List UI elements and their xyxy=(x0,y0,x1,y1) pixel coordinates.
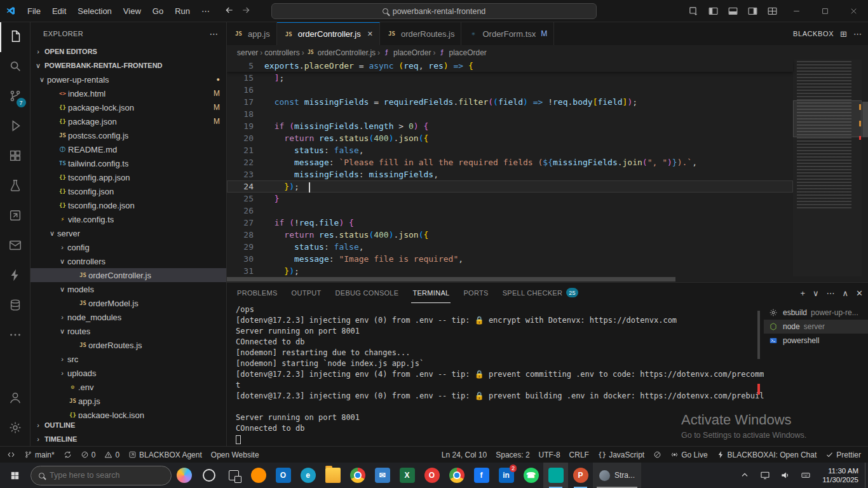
panel-tab-terminal[interactable]: TERMINAL xyxy=(411,283,451,303)
taskbar-window-stra[interactable]: Stra... xyxy=(593,463,641,488)
activity-additional-views[interactable] xyxy=(0,321,31,351)
taskbar-powerpoint[interactable]: P xyxy=(568,463,593,488)
minimap[interactable] xyxy=(793,60,862,276)
breadcrumb-item[interactable]: ƒplaceOrder xyxy=(382,48,431,57)
taskbar-facebook[interactable]: f xyxy=(469,463,494,488)
file-app-js[interactable]: JSapp.js xyxy=(31,394,226,408)
taskbar-task-view[interactable] xyxy=(221,463,246,488)
status-remote[interactable] xyxy=(3,447,20,463)
terminal-session-powershell[interactable]: powershell xyxy=(764,334,868,348)
file-tsconfig-node-json[interactable]: {}tsconfig.node.json xyxy=(31,198,226,212)
code-line-30[interactable]: 30 message: "Image file is required", xyxy=(227,253,793,265)
folder-src[interactable]: ›src xyxy=(31,352,226,366)
show-desktop-button[interactable] xyxy=(865,463,868,488)
back-button[interactable] xyxy=(224,5,234,17)
terminal-session-node[interactable]: nodeserver xyxy=(764,320,868,334)
code-line-28[interactable]: 28 return res.status(400).json({ xyxy=(227,229,793,241)
taskbar-cortana[interactable] xyxy=(196,463,221,488)
file-readme-md[interactable]: ⓘREADME.md xyxy=(31,142,226,156)
terminal-session-esbuild[interactable]: esbuildpower-up-re... xyxy=(764,306,868,320)
file-ordercontroller-js[interactable]: JSorderController.js xyxy=(31,268,226,282)
taskbar-chrome[interactable] xyxy=(345,463,370,488)
status-blackboxai-chat[interactable]: BLACKBOXAI: Open Chat xyxy=(712,447,822,463)
tray-touch-keyboard[interactable] xyxy=(796,463,816,488)
tab-ordercontroller-js[interactable]: JSorderController.js✕ xyxy=(277,22,380,45)
new-terminal-icon[interactable]: + xyxy=(800,288,805,298)
explorer-more-actions-icon[interactable]: ⋯ xyxy=(210,29,219,39)
file-index-html[interactable]: <>index.htmlM xyxy=(31,86,226,100)
status-prettier[interactable]: Prettier xyxy=(821,447,865,463)
file--env[interactable]: ⚙.env xyxy=(31,380,226,394)
activity-search[interactable] xyxy=(0,52,31,82)
taskbar-search[interactable] xyxy=(31,466,172,485)
panel-tab-problems[interactable]: PROBLEMS xyxy=(236,283,279,303)
breadcrumb-item[interactable]: server xyxy=(237,48,258,57)
status-eol[interactable]: CRLF xyxy=(565,447,593,463)
tray-volume[interactable] xyxy=(775,463,796,488)
code-line-20[interactable]: 20 return res.status(400).json({ xyxy=(227,132,793,144)
taskbar-file-explorer[interactable] xyxy=(320,463,345,488)
split-editor-icon[interactable]: ⊞ xyxy=(840,29,847,39)
folder-models[interactable]: ∨models xyxy=(31,282,226,296)
folder-config[interactable]: ›config xyxy=(31,240,226,254)
folder-power-up-rentals[interactable]: ∨power-up-rentals● xyxy=(31,72,226,86)
code-line-16[interactable]: 16 xyxy=(227,84,793,96)
tab-app-js[interactable]: JSapp.js xyxy=(227,22,277,45)
status-git-sync[interactable] xyxy=(59,447,76,463)
activity-blackbox[interactable] xyxy=(0,201,31,231)
activity-accounts[interactable] xyxy=(0,384,31,414)
status-blackbox-agent[interactable]: BLACKBOX Agent xyxy=(124,447,207,463)
timeline-header[interactable]: › TIMELINE xyxy=(31,432,226,446)
code-line-26[interactable]: 26 xyxy=(227,205,793,217)
terminal-scrollbar[interactable] xyxy=(757,311,760,359)
file-tsconfig-json[interactable]: {}tsconfig.json xyxy=(31,184,226,198)
taskbar-mail[interactable]: ✉ xyxy=(370,463,395,488)
code-line-25[interactable]: 25 } xyxy=(227,193,793,205)
command-center-search[interactable]: powerbank-rental-frontend xyxy=(271,3,597,19)
activity-explorer[interactable] xyxy=(0,22,31,52)
panel-tab-spell-checker[interactable]: SPELL CHECKER25 xyxy=(501,283,580,303)
status-open-website[interactable]: Open Website xyxy=(207,447,264,463)
menu-item-file[interactable]: File xyxy=(22,0,46,22)
activity-run-debug[interactable] xyxy=(0,112,31,142)
toggle-secondary-sidebar-icon[interactable] xyxy=(743,6,763,17)
status-indentation[interactable]: Spaces: 2 xyxy=(491,447,534,463)
menu-item-view[interactable]: View xyxy=(118,0,147,22)
tab-orderroutes-js[interactable]: JSorderRoutes.js xyxy=(380,22,462,45)
activity-extensions[interactable] xyxy=(0,142,31,172)
folder-routes[interactable]: ∨routes xyxy=(31,324,226,338)
code-line-19[interactable]: 19 if (missingFields.length > 0) { xyxy=(227,120,793,132)
code-line-23[interactable]: 23 missingFields: missingFields, xyxy=(227,168,793,180)
code-line-22[interactable]: 22 message: `Please fill in all the requ… xyxy=(227,156,793,168)
status-problems-warnings[interactable]: 0 xyxy=(100,447,124,463)
activity-settings[interactable] xyxy=(0,414,31,444)
file-tsconfig-app-json[interactable]: {}tsconfig.app.json xyxy=(31,170,226,184)
status-problems-errors[interactable]: 0 xyxy=(76,447,100,463)
sticky-line-5[interactable]: 5exports.placeOrder = async (req, res) =… xyxy=(227,60,793,72)
activity-source-control[interactable]: 7 xyxy=(0,82,31,112)
file-postcss-config-js[interactable]: JSpostcss.config.js xyxy=(31,128,226,142)
file-vite-config-ts[interactable]: ⚡vite.config.ts xyxy=(31,212,226,226)
folder-node-modules[interactable]: ›node_modules xyxy=(31,310,226,324)
more-actions-icon[interactable]: ⋯ xyxy=(827,288,835,298)
toggle-panel-icon[interactable] xyxy=(723,6,743,17)
taskbar-clock[interactable]: 11:30 AM 11/30/2025 xyxy=(816,466,865,484)
file-package-lock-json[interactable]: {}package-lock.jsonM xyxy=(31,100,226,114)
file-ordermodel-js[interactable]: JSorderModel.js xyxy=(31,296,226,310)
taskbar-whatsapp[interactable]: ☎ xyxy=(519,463,543,488)
code-line-24[interactable]: 24 }); xyxy=(227,180,793,193)
forward-button[interactable] xyxy=(241,5,251,17)
open-editors-header[interactable]: › OPEN EDITORS xyxy=(31,44,226,58)
status-encoding[interactable]: UTF-8 xyxy=(534,447,565,463)
minimize-button[interactable] xyxy=(782,0,811,22)
code-line-27[interactable]: 27 if (!req.file) { xyxy=(227,217,793,229)
breadcrumb-item[interactable]: ƒplaceOrder xyxy=(437,48,486,57)
toggle-sidebar-icon[interactable] xyxy=(703,6,723,17)
tab-orderform-tsx[interactable]: ⚛OrderForm.tsxM xyxy=(461,22,554,45)
minimap-slider[interactable] xyxy=(793,100,862,137)
taskbar-excel[interactable]: X xyxy=(395,463,419,488)
taskbar-edge[interactable]: e xyxy=(295,463,320,488)
file-orderroutes-js[interactable]: JSorderRoutes.js xyxy=(31,338,226,352)
close-icon[interactable]: ✕ xyxy=(367,30,373,38)
menu-item-go[interactable]: Go xyxy=(147,0,169,22)
